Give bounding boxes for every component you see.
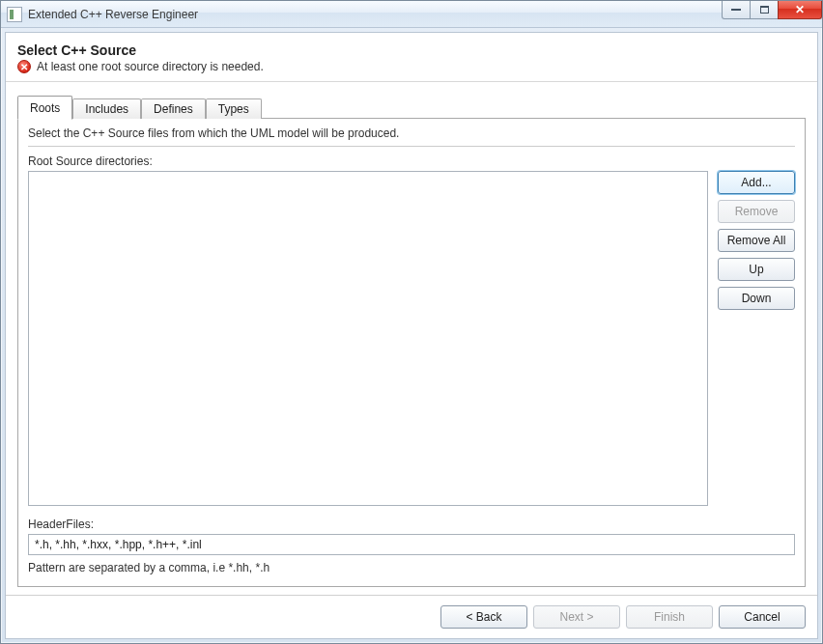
tab-types[interactable]: Types: [206, 98, 262, 119]
client-area: Select C++ Source ✕ At least one root so…: [5, 32, 818, 639]
root-directories-label: Root Source directories:: [28, 154, 795, 168]
finish-button: Finish: [626, 605, 713, 629]
headerfiles-label: HeaderFiles:: [28, 518, 795, 531]
app-icon: [7, 7, 22, 22]
tab-panel-roots: Select the C++ Source files from which t…: [17, 118, 806, 587]
root-directories-listbox[interactable]: [28, 171, 708, 506]
separator: [28, 146, 795, 147]
remove-button: Remove: [718, 200, 795, 223]
maximize-icon: [760, 6, 769, 14]
tab-roots[interactable]: Roots: [17, 96, 72, 120]
titlebar[interactable]: Extended C++ Reverse Engineer ✕: [1, 1, 822, 28]
headerfiles-input[interactable]: [28, 534, 795, 555]
next-button: Next >: [533, 605, 620, 629]
wizard-footer: < Back Next > Finish Cancel: [6, 595, 817, 638]
dialog-window: Extended C++ Reverse Engineer ✕ Select C…: [0, 0, 823, 644]
remove-all-button[interactable]: Remove All: [718, 229, 795, 252]
add-button[interactable]: Add...: [718, 171, 795, 194]
error-icon: ✕: [17, 60, 31, 73]
window-controls: ✕: [723, 1, 822, 19]
tab-includes[interactable]: Includes: [72, 98, 141, 119]
maximize-button[interactable]: [750, 1, 779, 19]
window-title: Extended C++ Reverse Engineer: [28, 8, 198, 21]
tab-defines[interactable]: Defines: [141, 98, 206, 119]
minimize-icon: [731, 9, 741, 11]
page-title: Select C++ Source: [17, 42, 806, 58]
tab-strip: Roots Includes Defines Types: [17, 96, 806, 119]
close-button[interactable]: ✕: [778, 1, 822, 19]
cancel-button[interactable]: Cancel: [719, 605, 806, 629]
header-area: Select C++ Source ✕ At least one root so…: [6, 33, 817, 82]
error-line: ✕ At least one root source directory is …: [17, 60, 806, 73]
pattern-hint: Pattern are separated by a comma, i.e *.…: [28, 561, 795, 574]
down-button[interactable]: Down: [718, 287, 795, 310]
back-button[interactable]: < Back: [440, 605, 527, 629]
headerfiles-section: HeaderFiles: Pattern are separated by a …: [28, 518, 795, 574]
minimize-button[interactable]: [722, 1, 751, 19]
root-list-row: Add... Remove Remove All Up Down: [28, 171, 795, 506]
close-icon: ✕: [795, 3, 805, 16]
panel-description: Select the C++ Source files from which t…: [28, 126, 795, 144]
tab-region: Roots Includes Defines Types Select the …: [6, 82, 817, 595]
error-text: At least one root source directory is ne…: [37, 60, 264, 73]
up-button[interactable]: Up: [718, 258, 795, 281]
side-buttons: Add... Remove Remove All Up Down: [718, 171, 795, 506]
